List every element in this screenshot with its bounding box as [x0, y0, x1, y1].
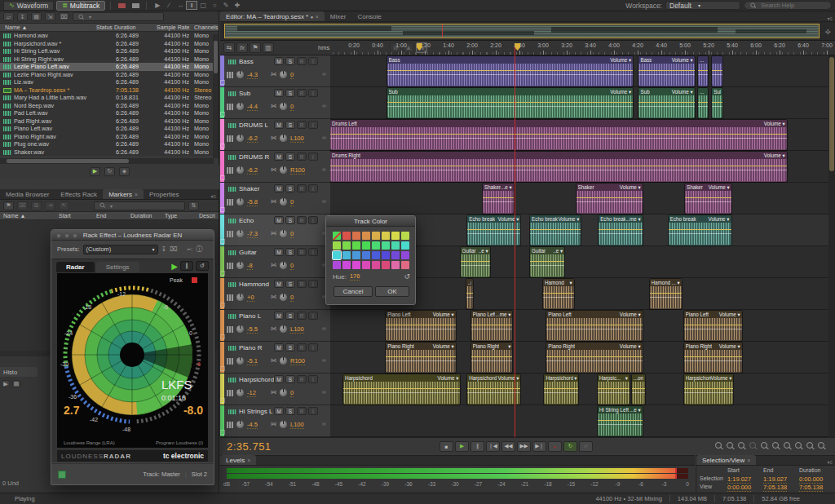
clip-volume-dropdown[interactable]: ▾ [625, 374, 628, 382]
clip-bass[interactable]: ... [698, 56, 708, 86]
arm-record-button[interactable]: R [297, 216, 307, 224]
track-lane-piano-l[interactable]: Piano LeftVolume ▾Piano Left...me ▾Piano… [330, 310, 828, 342]
arm-record-button[interactable]: R [297, 248, 307, 256]
track-header-hammond[interactable]: HammondMSRI+0⋈0∞ [220, 278, 330, 310]
clip-hi-strings-l[interactable]: Hi String Left...e ▾ [598, 406, 643, 436]
color-swatch[interactable] [342, 232, 351, 240]
track-header-bass[interactable]: BassMSRI-4.3⋈0∞ [220, 55, 330, 87]
color-swatch[interactable] [342, 261, 351, 269]
clip-volume-dropdown[interactable]: ..e ▾ [553, 247, 563, 254]
clip-volume-dropdown[interactable]: ...e ▾ [501, 183, 512, 191]
tab-editor[interactable]: Editor: MA – Teardrop.sesx *▾× [220, 11, 325, 21]
mute-button[interactable]: M [274, 343, 284, 351]
no-color-swatch[interactable] [333, 232, 341, 240]
color-swatch[interactable] [342, 241, 351, 250]
clip-sub[interactable]: ... [698, 88, 708, 118]
track-lane-harpsichord[interactable]: HarpsichordVolume ▾HarpsichordVolume ▾Ha… [330, 374, 828, 405]
clip-volume-dropdown[interactable]: ...me ▾ [625, 215, 641, 223]
open-file-icon[interactable]: ▱ [3, 12, 14, 21]
volume-value[interactable]: -6.2 [247, 166, 258, 175]
clip-volume-dropdown[interactable]: Volume ▾ [709, 215, 730, 223]
view-end-value[interactable]: 7:05.138 [763, 484, 787, 492]
tab-mixer[interactable]: Mixer [325, 11, 352, 21]
file-row[interactable]: Liz.wav6:26.48944100 HzMono [0, 78, 219, 86]
preview-loop-icon[interactable]: ↻ [104, 167, 115, 176]
clip-volume-dropdown[interactable]: Volume ▾ [620, 343, 641, 350]
file-row[interactable]: Lezlie Piano Right.wav6:26.48944100 HzMo… [0, 71, 219, 79]
arm-record-button[interactable]: R [297, 153, 307, 161]
file-row[interactable]: MA – Teardrop.sesx *7:05.13844100 HzSter… [0, 86, 219, 95]
column-status[interactable]: Status [96, 24, 113, 30]
clip-harpsichord[interactable]: HarpsichordVolume ▾ [467, 374, 520, 405]
marker-flag-icon[interactable]: ⚑ [250, 42, 261, 53]
volume-value[interactable]: -8 [247, 262, 253, 270]
column-channels[interactable]: Channels [194, 24, 219, 30]
mute-button[interactable]: M [274, 280, 284, 288]
cancel-button[interactable]: Cancel [334, 286, 373, 297]
track-header-drums-r[interactable]: DRUMS RMSRI-6.2⋈R100∞ [220, 151, 330, 183]
clip-piano-r[interactable]: Piano RightVolume ▾ [684, 343, 742, 373]
radar-play-icon[interactable]: ▶ [171, 262, 178, 271]
column-duration[interactable]: Duration [130, 213, 152, 219]
tab-console[interactable]: Console [351, 11, 387, 21]
monitor-input-button[interactable]: I [308, 312, 318, 320]
color-swatch[interactable] [362, 261, 370, 269]
multitrack-button[interactable]: ≣Multitrack [56, 1, 105, 11]
mute-button[interactable]: M [274, 153, 284, 161]
hue-value[interactable]: 176 [350, 272, 360, 281]
file-row[interactable]: Harpsichord.wav *6:26.48944100 HzMono [0, 40, 219, 48]
pan-value[interactable]: 0 [290, 294, 294, 302]
monitor-input-button[interactable]: I [308, 89, 318, 97]
column-start[interactable]: Start [59, 213, 71, 219]
arm-record-button[interactable]: R [297, 121, 307, 129]
merge-markers-icon[interactable]: ⧉ [31, 201, 42, 210]
file-row[interactable]: Piano Right.wav6:26.48944100 HzMono [0, 133, 219, 141]
track-lane-drums-r[interactable]: Drums RightVolume ▾ [330, 151, 828, 183]
slip-tool-icon[interactable]: ↔ [175, 1, 186, 10]
clip-guitar[interactable]: Guitar..e ▾ [461, 247, 490, 277]
volume-value[interactable]: -6.2 [247, 135, 258, 143]
move-tool-icon[interactable]: ▶ [152, 1, 163, 10]
filter-icon[interactable]: ⇅ [188, 201, 199, 210]
file-row[interactable]: Shaker.wav6:26.48944100 HzMono [0, 148, 219, 157]
pan-value[interactable]: R100 [290, 166, 305, 175]
ok-button[interactable]: OK [375, 286, 409, 297]
clip-bass[interactable]: BassVolume ▾ [387, 56, 634, 86]
spot-healing-tool-icon[interactable]: ✚ [232, 1, 243, 10]
color-swatch[interactable] [382, 261, 390, 269]
color-swatch[interactable] [391, 261, 400, 269]
arm-record-button[interactable]: R [297, 312, 307, 320]
clip-volume-dropdown[interactable]: Volume ▾ [719, 311, 740, 318]
clip-volume-dropdown[interactable]: Volume ▾ [498, 374, 519, 382]
tab-levels[interactable]: Levels× [220, 455, 256, 465]
add-marker-icon[interactable]: ⚑ [3, 201, 14, 210]
zoom-in-time-icon[interactable] [714, 441, 724, 451]
color-swatch[interactable] [391, 251, 400, 259]
clip-echo[interactable]: Echo breakVolume ▾ [530, 215, 581, 245]
markers-search-box[interactable]: ▾ [94, 201, 185, 210]
trash-icon[interactable]: ⌧ [59, 12, 69, 21]
zoom-out-time-icon[interactable] [725, 441, 736, 451]
arm-record-button[interactable]: R [297, 343, 307, 351]
reset-hue-icon[interactable]: ↺ [404, 272, 410, 281]
help-search-box[interactable] [744, 1, 832, 10]
track-lane-shaker[interactable]: Shaker...e ▾ShakerVolume ▾ShakerVolume ▾ [330, 183, 828, 214]
file-row[interactable]: Lezlie Piano Left.wav6:26.48944100 HzMon… [0, 63, 219, 71]
volume-value[interactable]: +0 [247, 294, 254, 302]
pan-value[interactable]: 0 [290, 198, 294, 206]
color-swatch[interactable] [401, 251, 409, 259]
track-header-sub[interactable]: SubMSRI-4.4⋈0∞ [220, 87, 330, 119]
arm-record-button[interactable]: R [297, 407, 307, 415]
radar-reset-button[interactable]: ↺ [196, 261, 209, 271]
volume-value[interactable]: -12 [247, 389, 256, 397]
color-swatch[interactable] [352, 241, 360, 250]
color-swatch[interactable] [352, 261, 360, 269]
track-lane-bass[interactable]: BassVolume ▾BassVolume ▾... [330, 55, 828, 87]
volume-value[interactable]: -7.3 [247, 230, 258, 238]
clip-volume-dropdown[interactable]: Volume ▾ [610, 56, 631, 64]
pan-value[interactable]: L100 [290, 135, 304, 143]
clip-piano-l[interactable]: Piano LeftVolume ▾ [684, 311, 742, 341]
paintbrush-tool-icon[interactable]: ✎ [220, 1, 232, 10]
close-icon[interactable]: × [247, 458, 250, 463]
color-swatch[interactable] [333, 261, 341, 269]
